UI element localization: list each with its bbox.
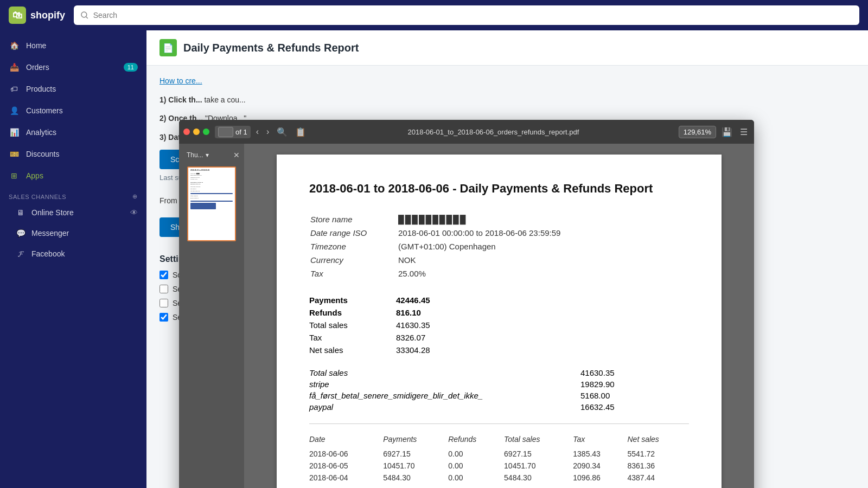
- shopify-logo[interactable]: 🛍 shopify: [9, 7, 65, 24]
- checkbox-sen3-input[interactable]: [159, 313, 168, 322]
- table-row: 2018-06-04 5484.30 0.00 5484.30 1096.86 …: [309, 472, 689, 484]
- page-number-input[interactable]: 1: [218, 127, 233, 137]
- page-title: Daily Payments & Refunds Report: [183, 42, 359, 54]
- sales-channels-title: SALES CHANNELS: [9, 194, 66, 200]
- breakdown-stripe: stripe 19829.90: [309, 378, 689, 390]
- checkbox-sen1-input[interactable]: [159, 285, 168, 293]
- row2-payments: 10451.70: [383, 460, 448, 472]
- pdf-data-table: Date Payments Refunds Total sales Tax Ne…: [309, 433, 689, 484]
- pdf-save-icon[interactable]: 💾: [719, 127, 735, 137]
- analytics-icon: 📊: [9, 127, 20, 138]
- summary-tax-value: 8326.07: [396, 333, 425, 342]
- summary-tax-label: Tax: [309, 333, 396, 342]
- prev-page-button[interactable]: ‹: [254, 127, 261, 137]
- sidebar-label-products: Products: [26, 85, 56, 93]
- row3-total-sales: 5484.30: [504, 472, 573, 484]
- apps-icon: ⊞: [9, 170, 20, 181]
- summary-refunds: Refunds 816.10: [309, 306, 689, 319]
- sidebar-item-messenger[interactable]: 💬 Messenger: [0, 223, 146, 243]
- minimize-window-icon[interactable]: [193, 129, 200, 135]
- row3-tax: 1096.86: [573, 472, 627, 484]
- zoom-control[interactable]: 129,61%: [679, 126, 716, 138]
- checkbox-sca-input[interactable]: [159, 271, 168, 279]
- net-sales-label: Net sales: [309, 345, 396, 355]
- products-icon: 🏷: [9, 84, 20, 94]
- search-input[interactable]: [93, 11, 853, 20]
- table-row: 2018-06-06 6927.15 0.00 6927.15 1385.43 …: [309, 448, 689, 460]
- sidebar-label-messenger: Messenger: [31, 229, 69, 237]
- pdf-search-icon[interactable]: 🔍: [275, 127, 290, 137]
- breakdown-total-sales-value: 41630.35: [580, 368, 615, 377]
- date-range-value: 2018-06-01 00:00:00 to 2018-06-06 23:59:…: [398, 227, 688, 239]
- thumbnails-panel: Thu... ▾ ✕ 2018-06-01 to 2018-06-06 Stor…: [179, 144, 244, 488]
- messenger-icon: 💬: [15, 228, 26, 239]
- sidebar-item-customers[interactable]: 👤 Customers: [0, 100, 146, 121]
- svg-line-1: [86, 17, 88, 18]
- traffic-lights: [183, 129, 209, 135]
- svg-point-0: [81, 12, 87, 17]
- main-layout: 🏠 Home 📥 Orders 11 🏷 Products 👤 Customer…: [0, 30, 868, 488]
- pdf-thumbnail-1[interactable]: 2018-06-01 to 2018-06-06 Store name ████…: [187, 166, 236, 241]
- sidebar-item-discounts[interactable]: 🎫 Discounts: [0, 143, 146, 165]
- row1-payments: 6927.15: [383, 448, 448, 460]
- row3-net-sales: 4387.44: [628, 472, 690, 484]
- thumbnail-dropdown[interactable]: Thu... ▾: [183, 150, 212, 160]
- table-body: 2018-06-06 6927.15 0.00 6927.15 1385.43 …: [309, 448, 689, 484]
- shopify-logo-text: shopify: [30, 10, 65, 21]
- sidebar-item-analytics[interactable]: 📊 Analytics: [0, 121, 146, 143]
- pdf-viewer: 1 of 1 ‹ › 🔍 📋 2018-06-01_to_2018-06-06_…: [179, 120, 754, 488]
- thumbnail-page-number: 1: [188, 230, 235, 240]
- col-payments: Payments: [383, 433, 448, 448]
- sidebar-item-orders[interactable]: 📥 Orders 11: [0, 56, 146, 78]
- row1-refunds: 0.00: [448, 448, 504, 460]
- page-total: of 1: [235, 128, 247, 136]
- stripe-value: 19829.90: [580, 380, 615, 389]
- thumb-header: Thu... ▾ ✕: [183, 150, 240, 160]
- sidebar-item-products[interactable]: 🏷 Products: [0, 78, 146, 100]
- close-window-icon[interactable]: [183, 129, 190, 135]
- sidebar: 🏠 Home 📥 Orders 11 🏷 Products 👤 Customer…: [0, 30, 146, 488]
- pdf-content-area: Thu... ▾ ✕ 2018-06-01 to 2018-06-06 Stor…: [179, 144, 754, 488]
- total-sales-value: 41630.35: [396, 320, 430, 330]
- net-sales-value: 33304.28: [396, 345, 430, 355]
- col-date: Date: [309, 433, 383, 448]
- sidebar-label-online-store: Online Store: [31, 208, 74, 217]
- sales-channels-section: SALES CHANNELS ⊕: [0, 187, 146, 202]
- sidebar-item-online-store[interactable]: 🖥 Online Store 👁: [0, 202, 146, 223]
- search-bar[interactable]: [74, 5, 859, 25]
- page-navigation: 1 of 1: [215, 126, 251, 138]
- store-name-value: ██████████: [398, 213, 688, 226]
- next-page-button[interactable]: ›: [264, 127, 271, 137]
- pdf-main-view[interactable]: 2018-06-01 to 2018-06-06 - Daily Payment…: [244, 144, 754, 488]
- sidebar-item-facebook[interactable]: 𝓕 Facebook: [0, 243, 146, 264]
- home-icon: 🏠: [9, 40, 20, 51]
- summary-net-sales: Net sales 33304.28: [309, 344, 689, 356]
- checkbox-sen2-input[interactable]: [159, 299, 168, 307]
- top-navigation: 🛍 shopify: [0, 0, 868, 30]
- add-sales-channel-icon[interactable]: ⊕: [132, 193, 138, 200]
- sidebar-label-apps: Apps: [26, 171, 43, 180]
- sidebar-label-discounts: Discounts: [26, 150, 59, 158]
- orders-badge: 11: [124, 63, 138, 72]
- how-to-link[interactable]: How to cre...: [159, 76, 855, 85]
- timezone-value: (GMT+01:00) Copenhagen: [398, 240, 688, 253]
- pdf-payment-breakdown: Total sales 41630.35 stripe 19829.90 få_…: [309, 367, 689, 413]
- eye-icon[interactable]: 👁: [130, 208, 138, 217]
- row3-payments: 5484.30: [383, 472, 448, 484]
- row3-refunds: 0.00: [448, 472, 504, 484]
- pdf-filename: 2018-06-01_to_2018-06-06_orders_refunds_…: [311, 128, 675, 136]
- maximize-window-icon[interactable]: [203, 129, 209, 135]
- customers-icon: 👤: [9, 105, 20, 116]
- main-content: 📄 Daily Payments & Refunds Report How to…: [146, 30, 868, 488]
- sidebar-item-apps[interactable]: ⊞ Apps: [0, 165, 146, 187]
- summary-payments: Payments 42446.45: [309, 294, 689, 306]
- refunds-label: Refunds: [309, 308, 396, 317]
- row1-tax: 1385.43: [573, 448, 627, 460]
- sidebar-item-home[interactable]: 🏠 Home: [0, 35, 146, 56]
- col-total-sales: Total sales: [504, 433, 573, 448]
- pdf-copy-icon[interactable]: 📋: [293, 127, 308, 137]
- breakdown-fa: få_først_betal_senere_smidigere_blir_det…: [309, 390, 689, 401]
- close-thumbnails-icon[interactable]: ✕: [233, 151, 240, 159]
- pdf-report-title: 2018-06-01 to 2018-06-06 - Daily Payment…: [309, 182, 689, 196]
- pdf-menu-icon[interactable]: ☰: [738, 127, 750, 137]
